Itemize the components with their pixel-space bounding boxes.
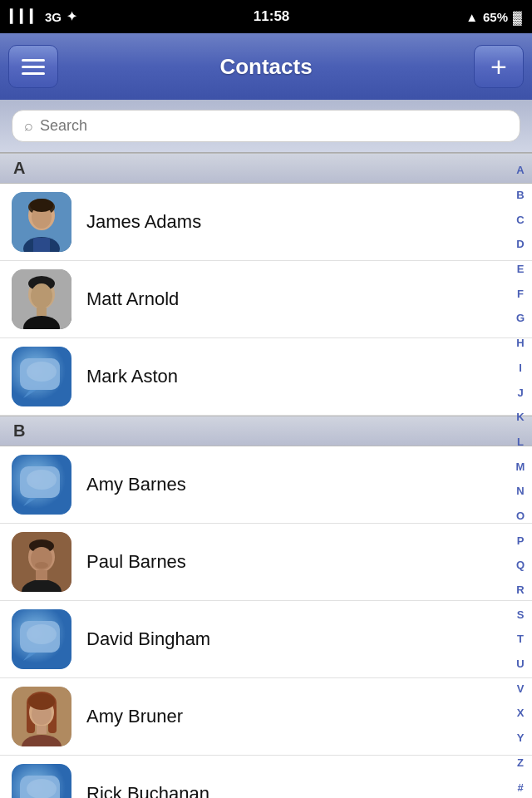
svg-rect-43	[37, 726, 47, 734]
svg-rect-28	[36, 570, 47, 580]
svg-point-11	[31, 283, 52, 308]
svg-point-42	[28, 693, 55, 710]
alpha-index: A B C D E F G H I J K L M N O P Q R S T …	[509, 153, 532, 798]
avatar	[12, 347, 71, 406]
svg-point-5	[30, 199, 53, 212]
avatar	[12, 269, 71, 329]
menu-button[interactable]	[8, 45, 58, 88]
alpha-k[interactable]: K	[516, 411, 524, 422]
list-item[interactable]: Matt Arnold	[0, 261, 532, 338]
svg-point-17	[27, 362, 57, 382]
avatar	[12, 455, 71, 515]
svg-point-29	[35, 562, 48, 569]
section-header-b: B	[0, 416, 532, 446]
bluetooth-icon: ▲	[466, 10, 478, 24]
battery-percent: 65%	[483, 10, 508, 24]
activity-spinner: ✦	[66, 9, 77, 24]
alpha-a[interactable]: A	[516, 165, 524, 175]
contact-list: A James Adams	[0, 153, 532, 798]
svg-rect-12	[37, 308, 47, 316]
alpha-s[interactable]: S	[517, 609, 525, 620]
avatar	[12, 764, 71, 798]
search-input-wrap: ⌕	[12, 110, 520, 142]
hamburger-icon	[22, 59, 45, 75]
avatar	[12, 687, 71, 746]
status-right: ▲ 65% ▓	[466, 10, 522, 24]
alpha-e[interactable]: E	[517, 264, 525, 274]
contact-name: Amy Bruner	[86, 706, 183, 727]
contact-name: Amy Barnes	[86, 474, 186, 495]
contact-name: Mark Aston	[86, 366, 178, 387]
status-bar: ▎▎▎ 3G ✦ 11:58 ▲ 65% ▓	[0, 0, 532, 33]
avatar	[12, 192, 71, 252]
search-bar: ⌕	[0, 100, 532, 153]
contact-name: David Bingham	[86, 628, 210, 650]
nav-bar: Contacts +	[0, 33, 532, 100]
alpha-i[interactable]: I	[519, 362, 522, 373]
status-time: 11:58	[254, 8, 289, 25]
list-item[interactable]: James Adams	[0, 184, 532, 261]
plus-icon: +	[490, 51, 507, 83]
alpha-j[interactable]: J	[517, 387, 523, 398]
search-icon: ⌕	[24, 117, 33, 135]
signal-bars: ▎▎▎	[10, 9, 40, 24]
alpha-z[interactable]: Z	[517, 757, 524, 768]
svg-point-34	[27, 624, 57, 644]
network-type: 3G	[45, 10, 62, 24]
alpha-x[interactable]: X	[517, 707, 525, 718]
contact-name: James Adams	[86, 211, 201, 233]
alpha-p[interactable]: P	[517, 535, 525, 546]
contact-name: Rick Buchanan	[86, 783, 209, 798]
alpha-t[interactable]: T	[517, 633, 524, 644]
list-item[interactable]: Amy Barnes	[0, 446, 532, 524]
status-left: ▎▎▎ 3G ✦	[10, 9, 77, 24]
contact-name: Matt Arnold	[86, 288, 179, 310]
list-item[interactable]: Paul Barnes	[0, 524, 532, 601]
list-item[interactable]: Mark Aston	[0, 338, 532, 416]
alpha-r[interactable]: R	[516, 584, 524, 595]
alpha-v[interactable]: V	[517, 683, 525, 694]
alpha-q[interactable]: Q	[516, 559, 525, 570]
list-item[interactable]: Amy Bruner	[0, 678, 532, 756]
alpha-l[interactable]: L	[517, 436, 524, 447]
alpha-n[interactable]: N	[516, 485, 524, 496]
alpha-h[interactable]: H	[516, 337, 524, 348]
alpha-c[interactable]: C	[516, 214, 524, 225]
svg-rect-6	[33, 238, 50, 252]
list-item[interactable]: David Bingham	[0, 601, 532, 678]
page-title: Contacts	[219, 54, 312, 80]
list-item[interactable]: Rick Buchanan	[0, 756, 532, 798]
alpha-u[interactable]: U	[516, 658, 524, 669]
battery-icon: ▓	[513, 10, 522, 24]
alpha-f[interactable]: F	[517, 288, 524, 299]
alpha-b[interactable]: B	[516, 190, 524, 200]
alpha-m[interactable]: M	[516, 461, 525, 472]
svg-point-22	[27, 470, 57, 490]
avatar	[12, 609, 71, 669]
alpha-o[interactable]: O	[516, 510, 525, 521]
svg-point-48	[27, 779, 57, 798]
avatar	[12, 532, 71, 592]
section-header-a: A	[0, 153, 532, 184]
alpha-hash[interactable]: #	[517, 782, 523, 793]
search-input[interactable]	[40, 117, 508, 135]
alpha-g[interactable]: G	[516, 313, 525, 323]
add-contact-button[interactable]: +	[474, 45, 524, 88]
alpha-y[interactable]: Y	[517, 732, 525, 743]
alpha-d[interactable]: D	[516, 239, 524, 249]
contact-name: Paul Barnes	[86, 551, 186, 573]
